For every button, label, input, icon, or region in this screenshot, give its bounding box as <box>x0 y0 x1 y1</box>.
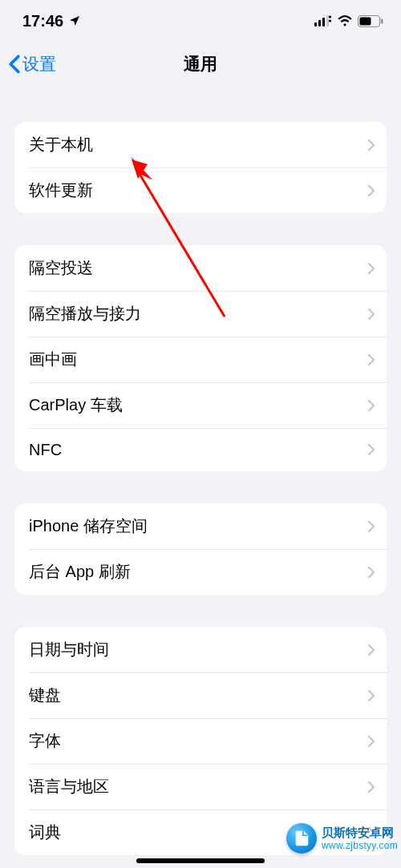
chevron-left-icon <box>8 55 21 74</box>
chevron-right-icon <box>367 644 375 656</box>
svg-rect-2 <box>322 18 325 26</box>
settings-group: 关于本机软件更新 <box>14 122 387 213</box>
svg-rect-0 <box>314 22 317 26</box>
settings-row-update[interactable]: 软件更新 <box>14 168 387 213</box>
status-bar: 17:46 <box>0 0 401 42</box>
watermark-logo-icon <box>286 823 317 854</box>
settings-row-carplay[interactable]: CarPlay 车载 <box>14 382 387 428</box>
row-label: iPhone 储存空间 <box>29 515 148 537</box>
svg-rect-8 <box>381 18 383 23</box>
location-icon <box>68 14 81 27</box>
row-label: 关于本机 <box>29 134 93 155</box>
row-label: 画中画 <box>29 349 77 370</box>
row-label: NFC <box>29 441 62 459</box>
settings-row-datetime[interactable]: 日期与时间 <box>14 627 387 672</box>
settings-group: 日期与时间键盘字体语言与地区词典 <box>14 627 387 855</box>
chevron-right-icon <box>367 566 375 579</box>
settings-row-airplay[interactable]: 隔空播放与接力 <box>14 291 387 337</box>
row-label: 软件更新 <box>29 180 93 201</box>
chevron-right-icon <box>367 308 375 321</box>
svg-rect-3 <box>326 15 329 26</box>
row-label: 词典 <box>29 822 61 843</box>
settings-row-lang[interactable]: 语言与地区 <box>14 764 387 809</box>
row-label: 语言与地区 <box>29 776 109 797</box>
page-title: 通用 <box>0 53 401 75</box>
svg-point-5 <box>329 19 331 22</box>
watermark: 贝斯特安卓网 www.zjbstyy.com <box>286 823 398 854</box>
row-label: 键盘 <box>29 684 61 706</box>
row-label: CarPlay 车载 <box>29 394 123 416</box>
chevron-right-icon <box>367 520 375 533</box>
row-label: 隔空投送 <box>29 257 93 279</box>
settings-row-about[interactable]: 关于本机 <box>14 122 387 168</box>
battery-icon <box>358 15 383 27</box>
chevron-right-icon <box>367 262 375 275</box>
cellular-icon <box>314 15 332 26</box>
watermark-title: 贝斯特安卓网 <box>322 826 398 840</box>
settings-row-nfc[interactable]: NFC <box>14 428 387 471</box>
settings-content: 关于本机软件更新隔空投送隔空播放与接力画中画CarPlay 车载NFCiPhon… <box>0 122 401 855</box>
chevron-right-icon <box>367 353 375 366</box>
back-label: 设置 <box>22 53 56 75</box>
settings-row-pip[interactable]: 画中画 <box>14 337 387 382</box>
chevron-right-icon <box>367 689 375 702</box>
row-label: 日期与时间 <box>29 639 109 660</box>
back-button[interactable]: 设置 <box>8 53 56 75</box>
status-time: 17:46 <box>22 12 63 30</box>
chevron-right-icon <box>367 735 375 748</box>
wifi-icon <box>337 15 353 26</box>
watermark-url: www.zjbstyy.com <box>322 840 398 851</box>
settings-row-keyboard[interactable]: 键盘 <box>14 672 387 718</box>
row-label: 字体 <box>29 730 61 752</box>
svg-rect-7 <box>360 17 371 25</box>
status-right <box>314 15 383 27</box>
chevron-right-icon <box>367 443 375 456</box>
row-label: 隔空播放与接力 <box>29 303 141 325</box>
settings-row-storage[interactable]: iPhone 储存空间 <box>14 503 387 549</box>
settings-row-airdrop[interactable]: 隔空投送 <box>14 245 387 291</box>
settings-group: 隔空投送隔空播放与接力画中画CarPlay 车载NFC <box>14 245 387 471</box>
svg-rect-1 <box>318 20 321 26</box>
nav-bar: 设置 通用 <box>0 42 401 87</box>
row-label: 后台 App 刷新 <box>29 561 131 583</box>
chevron-right-icon <box>367 184 375 197</box>
settings-row-bgapp[interactable]: 后台 App 刷新 <box>14 549 387 595</box>
chevron-right-icon <box>367 781 375 793</box>
svg-point-4 <box>329 15 331 18</box>
chevron-right-icon <box>367 139 375 151</box>
status-left: 17:46 <box>22 12 81 30</box>
home-indicator <box>136 858 265 863</box>
settings-row-fonts[interactable]: 字体 <box>14 718 387 764</box>
settings-group: iPhone 储存空间后台 App 刷新 <box>14 503 387 595</box>
chevron-right-icon <box>367 399 375 412</box>
